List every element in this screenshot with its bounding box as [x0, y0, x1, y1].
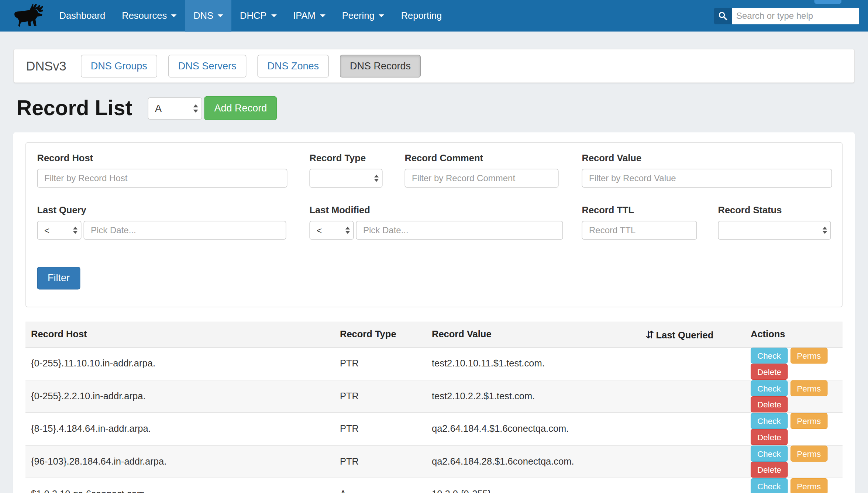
cell-last-queried	[640, 413, 745, 445]
filter-button[interactable]: Filter	[37, 267, 80, 290]
col-record-type[interactable]: Record Type	[334, 322, 426, 348]
perms-button[interactable]: Perms	[790, 446, 827, 462]
last-query-operator-select[interactable]: <	[37, 221, 82, 240]
col-last-queried[interactable]: ⇵Last Queried	[640, 322, 745, 348]
page-title: Record List	[17, 96, 132, 120]
last-query-label: Last Query	[37, 205, 286, 216]
record-comment-input[interactable]	[405, 169, 559, 188]
nav-item-reporting[interactable]: Reporting	[393, 0, 450, 32]
chevron-down-icon	[218, 14, 223, 17]
record-host-input[interactable]	[37, 169, 287, 188]
filter-record-host: Record Host	[37, 153, 287, 188]
record-comment-label: Record Comment	[405, 153, 559, 164]
filter-record-comment: Record Comment	[405, 153, 559, 188]
filter-last-modified: Last Modified <	[310, 205, 563, 240]
filter-record-type: Record Type	[310, 153, 383, 188]
check-button[interactable]: Check	[751, 478, 788, 493]
cell-actions: CheckPermsDelete	[745, 445, 843, 478]
col-record-host[interactable]: Record Host	[25, 322, 334, 348]
dns-records-button[interactable]: DNS Records	[340, 55, 421, 77]
cell-record-host: {0-255}.11.10.10.in-addr.arpa.	[25, 347, 334, 380]
navbar: DashboardResourcesDNSDHCPIPAMPeeringRepo…	[0, 0, 868, 32]
filter-record-value: Record Value	[582, 153, 832, 188]
search-icon[interactable]	[714, 7, 732, 24]
add-record-button[interactable]: Add Record	[204, 96, 277, 120]
records-panel: Record Host Record Type Rec	[13, 132, 855, 493]
record-ttl-label: Record TTL	[582, 205, 697, 216]
filter-record-status: Record Status	[718, 205, 831, 240]
cell-record-host: {0-255}.2.2.10.in-addr.arpa.	[25, 380, 334, 413]
perms-button[interactable]: Perms	[790, 380, 827, 397]
last-query-date-input[interactable]	[84, 221, 286, 240]
cell-record-host: {8-15}.4.184.64.in-addr.arpa.	[25, 413, 334, 445]
cell-record-type: PTR	[334, 380, 426, 413]
last-modified-date-input[interactable]	[356, 221, 563, 240]
perms-button[interactable]: Perms	[790, 478, 827, 493]
dnsv3-label: DNSv3	[26, 58, 66, 73]
table-row: {96-103}.28.184.64.in-addr.arpa.PTRqa2.6…	[25, 445, 843, 478]
last-modified-op-wrap: <	[310, 221, 354, 240]
last-modified-operator-select[interactable]: <	[310, 221, 354, 240]
record-status-wrap	[718, 221, 831, 240]
moose-logo-icon	[11, 3, 43, 28]
record-ttl-input[interactable]	[582, 221, 697, 240]
nav-item-peering[interactable]: Peering	[334, 0, 393, 32]
delete-button[interactable]: Delete	[751, 364, 788, 380]
nav-item-dns[interactable]: DNS	[185, 0, 232, 32]
dnsv3-buttons: DNS GroupsDNS ServersDNS ZonesDNS Record…	[81, 55, 421, 77]
cell-record-value: test2.10.2.2.$1.test.com.	[426, 380, 640, 413]
cell-record-type: PTR	[334, 413, 426, 445]
nav-item-dhcp[interactable]: DHCP	[232, 0, 285, 32]
cell-last-queried	[640, 347, 745, 380]
col-actions: Actions	[745, 322, 843, 348]
delete-button[interactable]: Delete	[751, 462, 788, 478]
check-button[interactable]: Check	[751, 446, 788, 462]
cell-record-type: A	[334, 478, 426, 493]
search-input[interactable]	[732, 7, 859, 24]
record-status-select[interactable]	[718, 221, 831, 240]
cell-record-value: 10.2.0.{0-255}	[426, 478, 640, 493]
main-content: DNSv3 DNS GroupsDNS ServersDNS ZonesDNS …	[0, 49, 868, 493]
perms-button[interactable]: Perms	[790, 413, 827, 429]
record-status-label: Record Status	[718, 205, 831, 216]
check-button[interactable]: Check	[751, 413, 788, 429]
sort-icon[interactable]: ⇵	[645, 328, 654, 340]
last-query-op-wrap: <	[37, 221, 82, 240]
table-row: $1.0.2.10.qa.6connect.com.A10.2.0.{0-255…	[25, 478, 843, 493]
cell-actions: CheckPermsDelete	[745, 478, 843, 493]
navbar-search	[714, 0, 859, 32]
dns-zones-button[interactable]: DNS Zones	[257, 55, 329, 77]
record-type-select[interactable]: A	[148, 97, 202, 119]
nav-item-resources[interactable]: Resources	[114, 0, 185, 32]
dns-servers-button[interactable]: DNS Servers	[168, 55, 247, 77]
cell-last-queried	[640, 380, 745, 413]
record-type-filter-select[interactable]	[310, 169, 383, 188]
table-row: {0-255}.2.2.10.in-addr.arpa.PTRtest2.10.…	[25, 380, 843, 413]
check-button[interactable]: Check	[751, 348, 788, 364]
nav-item-dashboard[interactable]: Dashboard	[51, 0, 114, 32]
cell-record-host: $1.0.2.10.qa.6connect.com.	[25, 478, 334, 493]
col-record-value[interactable]: Record Value	[426, 322, 640, 348]
delete-button[interactable]: Delete	[751, 429, 788, 445]
record-value-input[interactable]	[582, 169, 832, 188]
record-type-label: Record Type	[310, 153, 383, 164]
chevron-down-icon	[171, 14, 177, 17]
chevron-down-icon	[271, 14, 276, 17]
table-row: {0-255}.11.10.10.in-addr.arpa.PTRtest2.1…	[25, 347, 843, 380]
cell-record-value: qa2.64.184.4.$1.6conectqa.com.	[426, 413, 640, 445]
filter-record-ttl: Record TTL	[582, 205, 697, 240]
record-host-label: Record Host	[37, 153, 287, 164]
nav-item-ipam[interactable]: IPAM	[285, 0, 334, 32]
record-type-filter-wrap	[310, 169, 383, 188]
dns-groups-button[interactable]: DNS Groups	[81, 55, 157, 77]
cell-actions: CheckPermsDelete	[745, 347, 843, 380]
filter-panel: Record Host Record Type Rec	[25, 142, 843, 307]
check-button[interactable]: Check	[751, 380, 788, 397]
cell-actions: CheckPermsDelete	[745, 380, 843, 413]
delete-button[interactable]: Delete	[751, 396, 788, 413]
cell-record-value: qa2.64.184.28.$1.6conectqa.com.	[426, 445, 640, 478]
record-type-select-wrap: A	[148, 97, 202, 119]
moose-logo[interactable]	[11, 0, 43, 32]
perms-button[interactable]: Perms	[790, 348, 827, 364]
cell-record-value: test2.10.10.11.$1.test.com.	[426, 347, 640, 380]
